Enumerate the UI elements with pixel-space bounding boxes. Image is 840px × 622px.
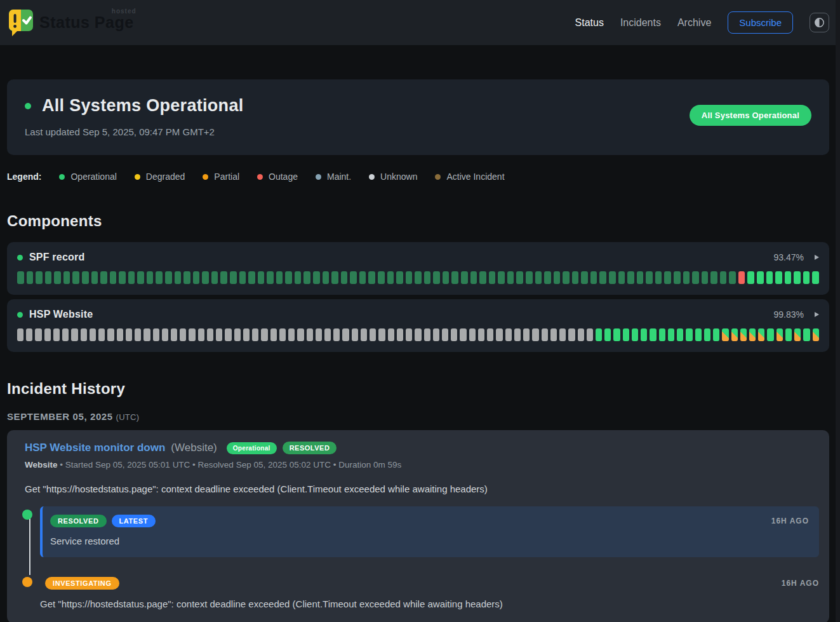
uptime-bar[interactable]: [378, 271, 385, 284]
uptime-bar[interactable]: [803, 328, 810, 341]
uptime-bar[interactable]: [313, 271, 320, 284]
uptime-bar[interactable]: [731, 328, 738, 341]
uptime-bar[interactable]: [100, 271, 107, 284]
uptime-bar[interactable]: [387, 271, 394, 284]
uptime-bar[interactable]: [396, 271, 403, 284]
uptime-bar[interactable]: [623, 328, 629, 341]
uptime-bar[interactable]: [288, 328, 295, 341]
uptime-bar[interactable]: [415, 328, 421, 341]
uptime-bar[interactable]: [514, 328, 521, 341]
uptime-bar[interactable]: [370, 328, 376, 341]
uptime-bar[interactable]: [352, 328, 358, 341]
uptime-bar[interactable]: [692, 271, 699, 284]
nav-incidents[interactable]: Incidents: [620, 17, 661, 29]
nav-status[interactable]: Status: [575, 17, 604, 29]
uptime-bar[interactable]: [45, 271, 52, 284]
uptime-bar[interactable]: [677, 328, 683, 341]
uptime-bar[interactable]: [664, 271, 671, 284]
uptime-bar[interactable]: [568, 328, 575, 341]
uptime-bar[interactable]: [812, 271, 819, 284]
uptime-bar[interactable]: [433, 328, 439, 341]
uptime-bar[interactable]: [270, 328, 277, 341]
uptime-bar[interactable]: [261, 328, 267, 341]
uptime-bar[interactable]: [686, 328, 692, 341]
component-card-hsp-website[interactable]: HSP Website 99.83%: [7, 299, 829, 352]
uptime-bar[interactable]: [544, 271, 551, 284]
uptime-bar[interactable]: [323, 271, 330, 284]
uptime-bar[interactable]: [424, 328, 430, 341]
uptime-bar[interactable]: [632, 328, 638, 341]
uptime-bar[interactable]: [198, 328, 204, 341]
uptime-bars[interactable]: [17, 328, 819, 341]
uptime-bar[interactable]: [81, 328, 87, 341]
uptime-bar[interactable]: [775, 271, 782, 284]
uptime-bar[interactable]: [252, 328, 258, 341]
uptime-bar[interactable]: [542, 328, 548, 341]
uptime-bar[interactable]: [180, 328, 186, 341]
uptime-bar[interactable]: [119, 271, 126, 284]
uptime-bar[interactable]: [35, 328, 41, 341]
uptime-bar[interactable]: [713, 328, 719, 341]
uptime-bar[interactable]: [618, 271, 625, 284]
uptime-bar[interactable]: [749, 328, 756, 341]
uptime-bar[interactable]: [216, 328, 222, 341]
component-card-spf[interactable]: SPF record 93.47%: [7, 242, 829, 295]
uptime-bar[interactable]: [581, 271, 588, 284]
uptime-bar[interactable]: [230, 271, 237, 284]
uptime-bar[interactable]: [128, 271, 135, 284]
uptime-bar[interactable]: [378, 328, 385, 341]
uptime-bar[interactable]: [193, 271, 200, 284]
uptime-bar[interactable]: [361, 328, 367, 341]
uptime-bar[interactable]: [767, 328, 773, 341]
uptime-bar[interactable]: [604, 328, 611, 341]
uptime-bar[interactable]: [674, 271, 681, 284]
uptime-bar[interactable]: [36, 271, 43, 284]
uptime-bar[interactable]: [276, 271, 283, 284]
uptime-bar[interactable]: [785, 328, 792, 341]
uptime-bar[interactable]: [650, 328, 656, 341]
scrollbar-track[interactable]: [836, 0, 840, 622]
uptime-bar[interactable]: [813, 328, 819, 341]
uptime-bar[interactable]: [563, 271, 570, 284]
uptime-bar[interactable]: [590, 271, 597, 284]
uptime-bar[interactable]: [91, 271, 98, 284]
uptime-bar[interactable]: [550, 328, 557, 341]
uptime-bar[interactable]: [406, 271, 413, 284]
uptime-bar[interactable]: [279, 328, 286, 341]
uptime-bar[interactable]: [189, 328, 195, 341]
uptime-bar[interactable]: [729, 271, 736, 284]
uptime-bar[interactable]: [175, 271, 182, 284]
uptime-bar[interactable]: [627, 271, 634, 284]
uptime-bar[interactable]: [156, 271, 163, 284]
uptime-bar[interactable]: [785, 271, 792, 284]
expand-icon[interactable]: [815, 255, 819, 260]
uptime-bar[interactable]: [359, 271, 366, 284]
uptime-bar[interactable]: [285, 271, 292, 284]
uptime-bar[interactable]: [341, 271, 348, 284]
uptime-bar[interactable]: [107, 328, 114, 341]
uptime-bar[interactable]: [655, 271, 662, 284]
uptime-bar[interactable]: [53, 328, 60, 341]
uptime-bar[interactable]: [641, 328, 647, 341]
uptime-bars[interactable]: [17, 271, 819, 284]
uptime-bar[interactable]: [461, 271, 468, 284]
uptime-bar[interactable]: [507, 271, 514, 284]
uptime-bar[interactable]: [489, 271, 496, 284]
uptime-bar[interactable]: [659, 328, 665, 341]
uptime-bar[interactable]: [295, 271, 302, 284]
uptime-bar[interactable]: [71, 328, 77, 341]
uptime-bar[interactable]: [165, 271, 172, 284]
uptime-bar[interactable]: [17, 271, 24, 284]
uptime-bar[interactable]: [316, 328, 322, 341]
uptime-bar[interactable]: [532, 328, 538, 341]
uptime-bar[interactable]: [397, 328, 403, 341]
uptime-bar[interactable]: [162, 328, 168, 341]
uptime-bar[interactable]: [587, 328, 593, 341]
uptime-bar[interactable]: [599, 271, 606, 284]
uptime-bar[interactable]: [442, 328, 448, 341]
uptime-bar[interactable]: [350, 271, 357, 284]
uptime-bar[interactable]: [239, 271, 246, 284]
uptime-bar[interactable]: [63, 271, 70, 284]
uptime-bar[interactable]: [234, 328, 241, 341]
uptime-bar[interactable]: [478, 328, 484, 341]
